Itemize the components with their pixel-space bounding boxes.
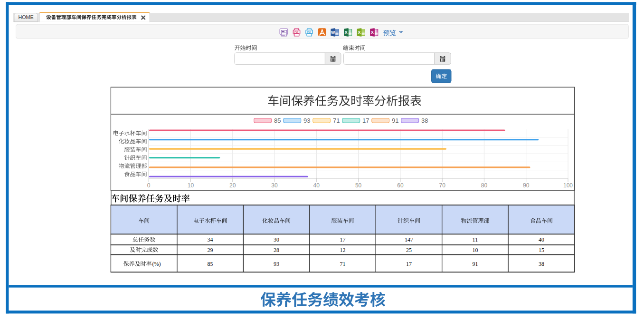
svg-text:0: 0 — [147, 182, 151, 189]
svg-text:12: 12 — [340, 247, 346, 253]
svg-text:28: 28 — [274, 247, 279, 253]
svg-text:147: 147 — [405, 236, 413, 243]
svg-text:60: 60 — [397, 182, 404, 189]
svg-text:38: 38 — [539, 261, 544, 267]
svg-text:71: 71 — [333, 117, 340, 124]
svg-text:25: 25 — [406, 247, 412, 253]
svg-text:40: 40 — [313, 182, 320, 189]
svg-text:20: 20 — [229, 182, 236, 189]
svg-text:PDF: PDF — [294, 31, 299, 33]
svg-text:10: 10 — [188, 182, 194, 189]
svg-text:40: 40 — [539, 236, 544, 243]
svg-text:80: 80 — [481, 182, 488, 189]
svg-text:(%): (%) — [152, 261, 161, 267]
svg-text:100: 100 — [563, 182, 573, 189]
svg-text:34: 34 — [208, 236, 213, 243]
svg-text:93: 93 — [303, 117, 310, 124]
svg-text:HOME: HOME — [18, 14, 33, 20]
svg-text:15: 15 — [539, 247, 544, 253]
svg-text:X: X — [345, 30, 348, 35]
svg-text:17: 17 — [406, 261, 412, 267]
svg-text:85: 85 — [274, 117, 281, 124]
svg-text:90: 90 — [523, 182, 530, 189]
svg-text:X: X — [371, 30, 374, 35]
svg-text:91: 91 — [472, 261, 478, 267]
svg-text:71: 71 — [340, 261, 346, 267]
svg-text:50: 50 — [355, 182, 362, 189]
svg-text:11: 11 — [473, 236, 478, 243]
svg-text:17: 17 — [340, 236, 346, 243]
svg-text:93: 93 — [274, 261, 279, 267]
svg-text:29: 29 — [208, 247, 213, 253]
svg-text:30: 30 — [271, 182, 278, 189]
svg-text:17: 17 — [362, 117, 369, 124]
svg-text:70: 70 — [439, 182, 446, 189]
svg-text:30: 30 — [274, 236, 279, 243]
svg-text:X: X — [358, 30, 360, 35]
svg-text:38: 38 — [421, 117, 428, 124]
svg-text:10: 10 — [472, 247, 478, 253]
svg-text:91: 91 — [392, 117, 398, 124]
svg-text:85: 85 — [208, 261, 213, 267]
svg-text:PDF: PDF — [307, 31, 312, 33]
svg-text:W: W — [331, 30, 335, 35]
